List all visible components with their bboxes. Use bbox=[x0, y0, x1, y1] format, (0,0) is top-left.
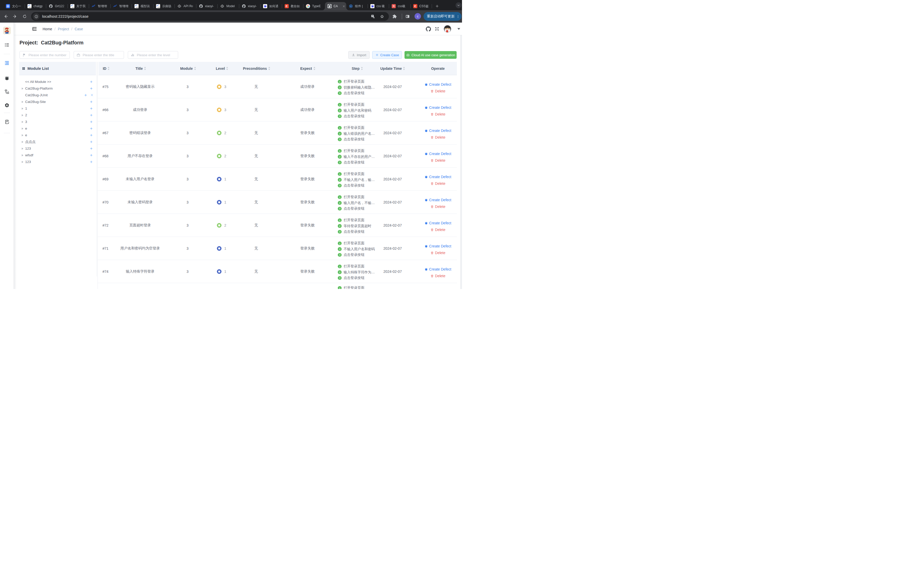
create-defect-link[interactable]: Create Defect bbox=[424, 220, 451, 226]
tab-close-icon[interactable] bbox=[342, 4, 346, 8]
browser-tab-active[interactable]: CA bbox=[325, 2, 346, 10]
tree-add-icon[interactable] bbox=[89, 147, 93, 150]
reload-icon[interactable] bbox=[22, 14, 27, 19]
browser-tab[interactable]: CSS篇 bbox=[411, 2, 432, 10]
create-defect-link[interactable]: Create Defect bbox=[424, 81, 451, 88]
delete-link[interactable]: Delete bbox=[430, 250, 445, 256]
browser-tab[interactable]: 文心一 bbox=[3, 2, 25, 10]
breadcrumb-home[interactable]: Home bbox=[42, 27, 52, 31]
browser-tab[interactable]: 智增增示例场 bbox=[153, 2, 175, 10]
profile-avatar[interactable]: c bbox=[414, 13, 421, 19]
tree-expand-icon[interactable] bbox=[21, 120, 24, 123]
tree-add-icon[interactable] bbox=[84, 93, 88, 97]
column-header-operate[interactable]: Operate bbox=[409, 62, 457, 75]
forward-icon[interactable] bbox=[13, 14, 18, 19]
module-tree-item[interactable]: 123 bbox=[19, 145, 97, 152]
module-tree-item[interactable]: 点点点 bbox=[19, 139, 97, 145]
fullscreen-icon[interactable] bbox=[435, 26, 439, 31]
create-defect-link[interactable]: Create Defect bbox=[424, 196, 451, 203]
browser-tab[interactable]: 智增增 bbox=[89, 2, 110, 10]
create-defect-link[interactable]: Create Defect bbox=[424, 150, 451, 157]
menu-fold-icon[interactable] bbox=[32, 26, 37, 31]
browser-tab[interactable]: css 吸 bbox=[368, 2, 389, 10]
browser-tab[interactable]: 如何通 bbox=[260, 2, 282, 10]
sort-carets-icon[interactable] bbox=[403, 67, 405, 70]
sort-carets-icon[interactable] bbox=[194, 67, 196, 70]
delete-link[interactable]: Delete bbox=[430, 273, 445, 279]
tree-add-icon[interactable] bbox=[89, 127, 93, 130]
column-header-module[interactable]: Module bbox=[167, 62, 209, 75]
url-bar[interactable]: localhost:2222/project/case bbox=[31, 12, 389, 21]
module-tree-item[interactable]: e bbox=[19, 125, 97, 132]
module-tree-item[interactable]: 3 bbox=[19, 119, 97, 125]
bookmark-star-icon[interactable] bbox=[380, 15, 384, 19]
sort-carets-icon[interactable] bbox=[361, 67, 363, 70]
browser-tab[interactable]: TypeE bbox=[304, 2, 325, 10]
tree-expand-icon[interactable] bbox=[21, 147, 24, 150]
module-tree-item[interactable]: 2 bbox=[19, 112, 97, 119]
column-header-expect[interactable]: Expect bbox=[278, 62, 338, 75]
delete-link[interactable]: Delete bbox=[430, 226, 445, 233]
tab-search-chevron-icon[interactable] bbox=[456, 2, 461, 8]
tree-add-icon[interactable] bbox=[89, 160, 93, 164]
side-panel-icon[interactable] bbox=[405, 14, 410, 19]
tree-expand-icon[interactable] bbox=[21, 140, 24, 143]
tree-add-icon[interactable] bbox=[89, 107, 93, 110]
column-header-id[interactable]: ID bbox=[99, 62, 114, 75]
sort-carets-icon[interactable] bbox=[144, 67, 146, 70]
tree-expand-icon[interactable] bbox=[21, 87, 24, 90]
filter-title-input[interactable]: Please enter the title bbox=[74, 51, 124, 59]
back-icon[interactable] bbox=[3, 14, 8, 19]
tree-add-icon[interactable] bbox=[89, 87, 93, 90]
delete-link[interactable]: Delete bbox=[430, 134, 445, 141]
browser-tab[interactable]: css吸 bbox=[389, 2, 411, 10]
delete-link[interactable]: Delete bbox=[430, 157, 445, 164]
sidebar-item-list[interactable] bbox=[4, 42, 10, 47]
browser-tab[interactable]: 智增增 bbox=[110, 2, 132, 10]
tree-expand-icon[interactable] bbox=[21, 101, 24, 103]
site-info-icon[interactable] bbox=[33, 13, 39, 20]
translate-icon[interactable] bbox=[371, 15, 375, 19]
module-tree-item[interactable]: << All Module >> bbox=[19, 78, 97, 85]
tree-add-icon[interactable] bbox=[89, 100, 93, 104]
sidebar-item-modules[interactable] bbox=[4, 89, 10, 94]
create-defect-link[interactable]: Create Defect bbox=[424, 127, 451, 134]
column-header-level[interactable]: Level bbox=[209, 62, 235, 75]
update-button[interactable]: 重新启动即可更新 bbox=[424, 12, 461, 21]
module-tree-item[interactable]: Cat2Bug-JUnit bbox=[19, 92, 97, 99]
breadcrumb-project[interactable]: Project bbox=[58, 27, 69, 31]
browser-tab[interactable]: xiaoyi- bbox=[196, 2, 218, 10]
app-logo[interactable] bbox=[3, 27, 11, 34]
tree-expand-icon[interactable] bbox=[21, 127, 24, 130]
column-header-title[interactable]: Title bbox=[114, 62, 167, 75]
sidebar-item-report[interactable] bbox=[4, 119, 10, 125]
browser-tab[interactable]: 智增增关于我 bbox=[68, 2, 89, 10]
tree-expand-icon[interactable] bbox=[21, 114, 24, 117]
module-tree-item[interactable]: Cat2Bug-Platform bbox=[19, 85, 97, 92]
create-defect-link[interactable]: Create Defect bbox=[424, 243, 451, 250]
tree-expand-icon[interactable] bbox=[21, 154, 24, 157]
column-header-update-time[interactable]: Update Time bbox=[377, 62, 409, 75]
create-defect-link[interactable]: Create Defect bbox=[424, 174, 451, 180]
browser-tab[interactable]: API Re bbox=[175, 2, 196, 10]
tree-expand-icon[interactable] bbox=[21, 107, 24, 110]
create-case-button[interactable]: Create Case bbox=[372, 51, 402, 59]
tree-expand-icon[interactable] bbox=[21, 161, 24, 163]
browser-tab[interactable]: 教你如 bbox=[282, 2, 304, 10]
tree-add-icon[interactable] bbox=[89, 114, 93, 117]
module-tree-item[interactable]: wfsdf bbox=[19, 152, 97, 159]
new-tab-button[interactable] bbox=[434, 3, 440, 9]
sort-carets-icon[interactable] bbox=[226, 67, 228, 70]
filter-number-input[interactable]: Please enter the number bbox=[19, 51, 70, 59]
cloud-ai-button[interactable]: Cloud AI use case generation bbox=[404, 51, 456, 59]
sidebar-item-settings[interactable] bbox=[4, 103, 10, 108]
extensions-icon[interactable] bbox=[393, 15, 397, 19]
tree-add-icon[interactable] bbox=[89, 140, 93, 144]
menu-dots-icon[interactable] bbox=[456, 15, 460, 18]
tree-add-icon[interactable] bbox=[89, 80, 93, 84]
browser-tab[interactable]: 智增增chatgp bbox=[25, 2, 47, 10]
create-defect-link[interactable]: Create Defect bbox=[424, 266, 451, 273]
sidebar-item-defects[interactable] bbox=[4, 76, 10, 81]
url-text[interactable]: localhost:2222/project/case bbox=[42, 15, 371, 18]
github-icon[interactable] bbox=[426, 26, 431, 32]
